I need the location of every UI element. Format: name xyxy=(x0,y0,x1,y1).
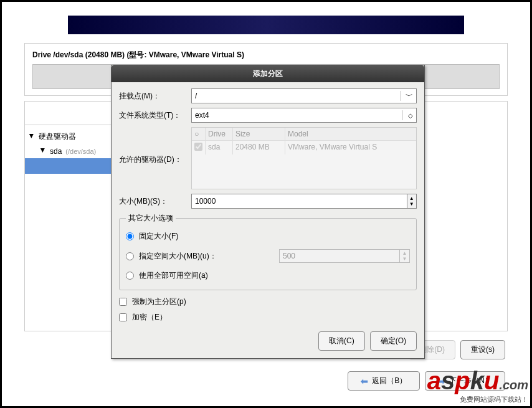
row-size: 20480 MB xyxy=(233,141,285,154)
row-model: VMware, VMware Virtual S xyxy=(285,141,416,154)
table-header: ○ Drive Size Model xyxy=(192,128,416,141)
add-partition-dialog: 添加分区 挂载点(M)： / ﹀ 文件系统类型(T)： ext4 ◇ xyxy=(111,65,425,359)
size-input[interactable] xyxy=(191,194,407,209)
cancel-button[interactable]: 取消(C) xyxy=(318,331,365,351)
allowed-drives-label: 允许的驱动器(D)： xyxy=(119,127,191,165)
radio-fillto-row[interactable]: 指定空间大小(MB)(u)： ▲▼ xyxy=(126,245,410,267)
size-row: 大小(MB)(S)： ▲▼ xyxy=(119,194,417,209)
watermark: aspku.com 免费网站源码下载站！ xyxy=(427,367,528,404)
fs-type-row: 文件系统类型(T)： ext4 ◇ xyxy=(119,108,417,123)
tree-label: sda xyxy=(50,147,62,156)
mount-point-label: 挂载点(M)： xyxy=(119,91,191,102)
watermark-logo: aspku.com xyxy=(427,367,528,395)
radio-fixed-row[interactable]: 固定大小(F) xyxy=(126,227,410,245)
size-options-fieldset: 其它大小选项 固定大小(F) 指定空间大小(MB)(u)： ▲▼ 使 xyxy=(119,213,417,290)
allowed-drives-row: 允许的驱动器(D)： ○ Drive Size Model sda 20480 … xyxy=(119,127,417,189)
encrypt-label: 加密（E） xyxy=(132,312,167,323)
radio-fillall-row[interactable]: 使用全部可用空间(a) xyxy=(126,267,410,285)
mount-point-value: / xyxy=(195,92,197,100)
radio-fillall-label: 使用全部可用空间(a) xyxy=(139,270,208,281)
page-root: Drive /dev/sda (20480 MB) (型号: VMware, V… xyxy=(2,2,530,406)
chevron-down-icon: ﹀ xyxy=(400,91,413,101)
fs-type-combo[interactable]: ext4 ◇ xyxy=(191,108,417,123)
allowed-drives-table[interactable]: ○ Drive Size Model sda 20480 MB VMware, … xyxy=(191,127,417,189)
dialog-button-row: 取消(C) 确定(O) xyxy=(119,325,417,351)
fs-type-label: 文件系统类型(T)： xyxy=(119,110,191,121)
encrypt-checkbox[interactable] xyxy=(119,313,127,321)
caret-icon: ▶ xyxy=(40,148,46,154)
th-check: ○ xyxy=(192,128,206,140)
th-size: Size xyxy=(233,128,285,140)
th-drive: Drive xyxy=(206,128,233,140)
th-model: Model xyxy=(285,128,416,140)
mount-point-combo[interactable]: / ﹀ xyxy=(191,88,417,103)
fillto-input xyxy=(279,249,400,263)
dialog-titlebar[interactable]: 添加分区 xyxy=(112,65,424,82)
dialog-body: 挂载点(M)： / ﹀ 文件系统类型(T)： ext4 ◇ xyxy=(112,82,424,358)
primary-checkbox[interactable] xyxy=(119,298,127,306)
radio-fillto-label: 指定空间大小(MB)(u)： xyxy=(139,251,217,262)
radio-fillall[interactable] xyxy=(126,272,134,280)
mount-point-row: 挂载点(M)： / ﹀ xyxy=(119,88,417,103)
ok-button[interactable]: 确定(O) xyxy=(370,331,417,351)
radio-fixed[interactable] xyxy=(126,232,134,240)
tree-label: 硬盘驱动器 xyxy=(39,131,76,142)
arrow-left-icon: ⬅ xyxy=(361,376,368,386)
encrypt-check-row[interactable]: 加密（E） xyxy=(119,310,417,325)
size-options-legend: 其它大小选项 xyxy=(126,213,176,224)
radio-fixed-label: 固定大小(F) xyxy=(139,231,178,242)
drive-title: Drive /dev/sda (20480 MB) (型号: VMware, V… xyxy=(32,50,500,64)
row-checkbox xyxy=(194,143,202,151)
row-drive: sda xyxy=(206,141,233,154)
caret-icon: ▶ xyxy=(29,134,35,140)
top-banner xyxy=(68,16,464,34)
table-row[interactable]: sda 20480 MB VMware, VMware Virtual S xyxy=(192,141,416,154)
back-button[interactable]: ⬅ 返回（B） xyxy=(348,371,420,391)
spinner-buttons[interactable]: ▲▼ xyxy=(407,194,417,209)
primary-label: 强制为主分区(p) xyxy=(132,297,186,307)
watermark-sub: 免费网站源码下载站！ xyxy=(427,395,528,404)
extra-checks: 强制为主分区(p) 加密（E） xyxy=(119,290,417,325)
updown-icon: ◇ xyxy=(402,110,413,120)
fillto-spinner: ▲▼ xyxy=(279,249,410,263)
spinner-buttons: ▲▼ xyxy=(400,249,410,263)
back-label: 返回（B） xyxy=(372,376,407,386)
fs-type-value: ext4 xyxy=(195,111,209,120)
tree-dev-path: (/dev/sda) xyxy=(65,148,96,155)
reset-button[interactable]: 重设(s) xyxy=(460,340,505,359)
radio-fillto[interactable] xyxy=(126,252,134,260)
size-label: 大小(MB)(S)： xyxy=(119,196,191,207)
primary-check-row[interactable]: 强制为主分区(p) xyxy=(119,294,417,310)
